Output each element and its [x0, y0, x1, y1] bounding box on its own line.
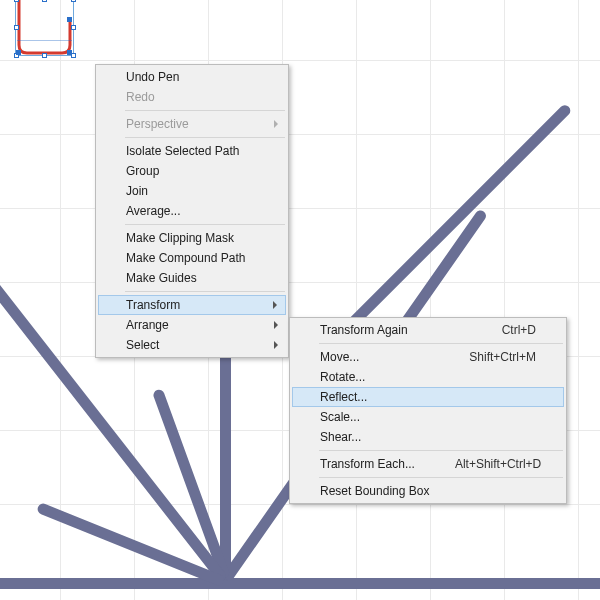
- menu-isolate[interactable]: Isolate Selected Path: [98, 141, 286, 161]
- anchor[interactable]: [42, 0, 47, 2]
- menu-redo: Redo: [98, 87, 286, 107]
- menu-perspective: Perspective: [98, 114, 286, 134]
- anchor[interactable]: [14, 0, 19, 2]
- menu-scale[interactable]: Scale...: [292, 407, 564, 427]
- menu-reflect[interactable]: Reflect...: [292, 387, 564, 407]
- menu-transform-each[interactable]: Transform Each... Alt+Shift+Ctrl+D: [292, 454, 564, 474]
- anchor-selected[interactable]: [67, 17, 72, 22]
- menu-clipping-mask[interactable]: Make Clipping Mask: [98, 228, 286, 248]
- artwork-stroke: [0, 578, 600, 589]
- chevron-right-icon: [274, 120, 278, 128]
- menu-compound-path[interactable]: Make Compound Path: [98, 248, 286, 268]
- anchor[interactable]: [71, 25, 76, 30]
- menu-select[interactable]: Select: [98, 335, 286, 355]
- shortcut: Ctrl+D: [502, 323, 536, 337]
- menu-transform[interactable]: Transform: [98, 295, 286, 315]
- menu-transform-again[interactable]: Transform Again Ctrl+D: [292, 320, 564, 340]
- separator: [319, 450, 563, 451]
- menu-join[interactable]: Join: [98, 181, 286, 201]
- artwork-stroke: [220, 350, 231, 580]
- menu-average[interactable]: Average...: [98, 201, 286, 221]
- separator: [319, 343, 563, 344]
- anchor[interactable]: [14, 25, 19, 30]
- menu-move[interactable]: Move... Shift+Ctrl+M: [292, 347, 564, 367]
- context-menu[interactable]: Undo Pen Redo Perspective Isolate Select…: [95, 64, 289, 358]
- anchor-selected[interactable]: [16, 50, 21, 55]
- menu-rotate[interactable]: Rotate...: [292, 367, 564, 387]
- separator: [125, 291, 285, 292]
- chevron-right-icon: [274, 321, 278, 329]
- shortcut: Alt+Shift+Ctrl+D: [455, 457, 541, 471]
- shortcut: Shift+Ctrl+M: [469, 350, 536, 364]
- menu-reset-bbox[interactable]: Reset Bounding Box: [292, 481, 564, 501]
- anchor[interactable]: [42, 53, 47, 58]
- anchor[interactable]: [71, 0, 76, 2]
- separator: [319, 477, 563, 478]
- separator: [125, 110, 285, 111]
- menu-group[interactable]: Group: [98, 161, 286, 181]
- menu-guides[interactable]: Make Guides: [98, 268, 286, 288]
- transform-submenu[interactable]: Transform Again Ctrl+D Move... Shift+Ctr…: [289, 317, 567, 504]
- chevron-right-icon: [274, 341, 278, 349]
- selection-bbox: [15, 0, 74, 56]
- chevron-right-icon: [273, 301, 277, 309]
- separator: [125, 137, 285, 138]
- separator: [125, 224, 285, 225]
- anchor-selected[interactable]: [67, 50, 72, 55]
- menu-undo[interactable]: Undo Pen: [98, 67, 286, 87]
- menu-arrange[interactable]: Arrange: [98, 315, 286, 335]
- menu-shear[interactable]: Shear...: [292, 427, 564, 447]
- canvas[interactable]: [0, 0, 600, 600]
